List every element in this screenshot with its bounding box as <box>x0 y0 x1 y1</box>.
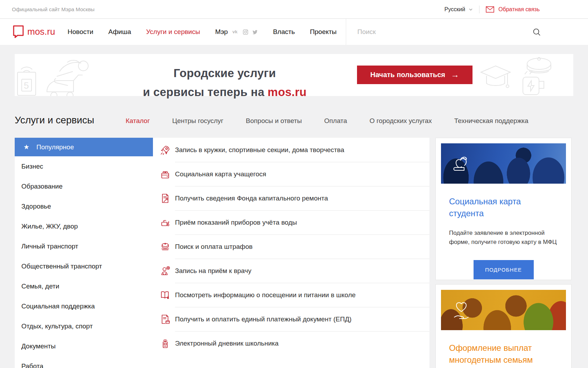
sidebar-item-public-transport[interactable]: Общественный транспорт <box>15 256 144 276</box>
envelope-icon <box>486 6 494 13</box>
student-card-description: Подайте заявление в электронной форме, п… <box>449 229 558 247</box>
banner-brand: mos.ru <box>268 86 307 98</box>
tab-questions[interactable]: Вопросы и ответы <box>246 117 302 125</box>
tab-about-services[interactable]: О городских услугах <box>370 117 432 125</box>
popular-services-list: Запись в кружки, спортивные секции, дома… <box>144 138 429 368</box>
twitter-icon[interactable] <box>252 29 258 34</box>
svg-text:5: 5 <box>24 80 29 91</box>
feedback-link[interactable]: Обратная связь <box>486 6 540 13</box>
nav-menu: Новости Афиша Услуги и сервисы Мэр vk Вл… <box>68 19 337 45</box>
logo-text: mos.ru <box>27 26 55 37</box>
mosru-logo[interactable]: mos.ru <box>13 25 55 38</box>
graduation-cap-icon <box>481 66 510 88</box>
student-card-image <box>441 143 566 184</box>
feedback-label: Обратная связь <box>498 6 540 13</box>
sidebar-item-housing[interactable]: Жилье, ЖКУ, двор <box>15 216 144 236</box>
service-cap-icon <box>527 57 551 73</box>
sidebar-item-family[interactable]: Семья, дети <box>15 276 144 296</box>
faucet-icon <box>159 217 171 229</box>
card-bow-icon <box>159 168 171 180</box>
sidebar-item-popular[interactable]: ★ Популярное <box>15 138 153 156</box>
speech-bubble-icon <box>13 25 24 38</box>
student-card-title[interactable]: Социальная карта студента <box>449 196 558 219</box>
nav-item-services[interactable]: Услуги и сервисы <box>146 28 200 36</box>
search-zone <box>346 19 588 45</box>
page-title: Услуги и сервисы <box>15 115 94 126</box>
nav-item-mayor[interactable]: Мэр <box>215 28 228 36</box>
tab-payment[interactable]: Оплата <box>324 117 347 125</box>
sidebar-item-documents[interactable]: Документы <box>15 336 144 356</box>
diary-signal-icon <box>159 338 171 349</box>
family-card-image <box>441 290 566 330</box>
details-button[interactable]: ПОДРОБНЕЕ <box>474 260 534 279</box>
search-input[interactable] <box>357 19 518 45</box>
topbar-divider <box>479 6 479 13</box>
promo-card-student[interactable]: Социальная карта студента Подайте заявле… <box>435 138 572 280</box>
nav-item-government[interactable]: Власть <box>273 28 295 36</box>
tab-support[interactable]: Техническая поддержка <box>454 117 528 125</box>
instagram-icon[interactable] <box>243 29 248 35</box>
kettle-icon <box>523 71 544 95</box>
epd-document-icon <box>159 313 171 325</box>
sidebar-item-leisure[interactable]: Отдых, культура, спорт <box>15 316 144 336</box>
service-item-repair-fund[interactable]: Получить сведения Фонда капитального рем… <box>144 186 429 210</box>
banner-title: Городские услуги и сервисы теперь на mos… <box>102 64 347 102</box>
star-icon: ★ <box>23 143 29 151</box>
police-cap-icon <box>159 241 171 253</box>
service-item-clubs[interactable]: Запись в кружки, спортивные секции, дома… <box>144 138 429 162</box>
open-book-icon <box>159 289 171 301</box>
nav-item-projects[interactable]: Проекты <box>310 28 336 36</box>
sidebar-item-business[interactable]: Бизнес <box>15 156 144 176</box>
nav-item-news[interactable]: Новости <box>68 28 93 36</box>
sidebar-item-personal-transport[interactable]: Личный транспорт <box>15 236 144 256</box>
service-item-student-card[interactable]: Социальная карта учащегося <box>144 162 429 186</box>
promo-card-family[interactable]: Оформление выплат многодетным семьям <box>435 284 572 368</box>
main-nav: mos.ru Новости Афиша Услуги и сервисы Мэ… <box>0 19 588 45</box>
top-bar: Официальный сайт Мэра Москвы Русский Обр… <box>0 0 588 19</box>
arrow-right-icon: → <box>451 70 459 79</box>
category-sidebar: ★ Популярное Бизнес Образование Здоровье… <box>15 138 144 368</box>
sidebar-item-work[interactable]: Работа <box>15 356 144 368</box>
apple-book-icon <box>450 152 472 175</box>
tab-service-centers[interactable]: Центры госуслуг <box>172 117 223 125</box>
vk-icon[interactable]: vk <box>232 30 239 34</box>
svg-text:vk: vk <box>232 30 238 34</box>
sidebar-item-education[interactable]: Образование <box>15 176 144 196</box>
service-item-doctor[interactable]: Запись на приём к врачу <box>144 259 429 283</box>
family-card-title[interactable]: Оформление выплат многодетным семьям <box>449 342 558 366</box>
document-wrench-icon <box>159 192 171 204</box>
heart-hand-icon <box>450 298 472 323</box>
chevron-down-icon <box>469 7 473 12</box>
search-icon[interactable] <box>533 28 541 36</box>
promo-banner: 5 Городск <box>15 54 573 96</box>
tab-catalog[interactable]: Каталог <box>126 117 150 125</box>
language-selector[interactable]: Русский <box>444 6 473 13</box>
service-item-diary[interactable]: Электронный дневник школьника <box>144 331 429 355</box>
service-item-water-meters[interactable]: Приём показаний приборов учёта воды <box>144 210 429 234</box>
sidebar-item-health[interactable]: Здоровье <box>15 196 144 216</box>
stroller-icon <box>47 75 83 96</box>
parking-sensor-icon: 5 <box>18 67 36 95</box>
site-label: Официальный сайт Мэра Москвы <box>12 6 94 12</box>
horn-icon <box>55 60 89 86</box>
language-label: Русский <box>444 6 465 13</box>
nav-item-afisha[interactable]: Афиша <box>108 28 131 36</box>
start-using-button[interactable]: Начать пользоваться → <box>357 66 472 84</box>
rocket-icon <box>159 144 171 156</box>
service-item-fines[interactable]: Поиск и оплата штрафов <box>144 234 429 259</box>
service-item-epd[interactable]: Получить и оплатить единый платежный док… <box>144 307 429 331</box>
service-item-school-info[interactable]: Посмотреть информацию о посещении и пита… <box>144 283 429 307</box>
doctor-icon <box>159 265 171 277</box>
section-tabs: Каталог Центры госуслуг Вопросы и ответы… <box>126 117 528 125</box>
sidebar-item-social-support[interactable]: Социальная поддержка <box>15 296 144 316</box>
